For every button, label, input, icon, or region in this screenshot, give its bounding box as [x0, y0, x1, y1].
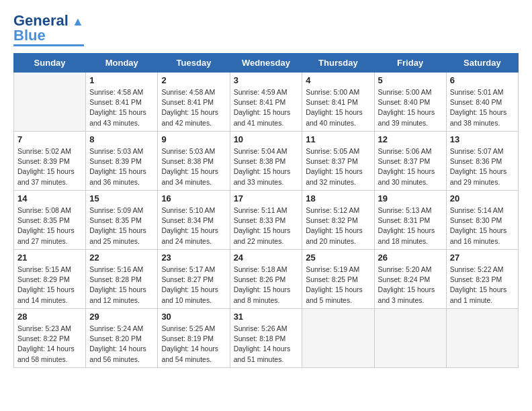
- sunrise-text: Sunrise: 5:20 AM: [378, 265, 432, 273]
- day-number: 23: [161, 253, 226, 263]
- day-number: 10: [234, 134, 299, 144]
- day-info: Sunrise: 5:13 AMSunset: 8:31 PMDaylight:…: [378, 205, 443, 246]
- sunset-text: Sunset: 8:20 PM: [89, 334, 142, 342]
- day-header-tuesday: Tuesday: [158, 54, 230, 73]
- day-info: Sunrise: 5:18 AMSunset: 8:26 PMDaylight:…: [234, 265, 299, 306]
- day-number: 6: [450, 75, 515, 85]
- day-number: 28: [17, 312, 82, 322]
- sunrise-text: Sunrise: 5:14 AM: [450, 206, 504, 214]
- day-cell: 8Sunrise: 5:03 AMSunset: 8:39 PMDaylight…: [86, 132, 158, 191]
- sunset-text: Sunset: 8:27 PM: [161, 275, 214, 283]
- daylight-text: Daylight: 15 hours and 3 minutes.: [378, 285, 435, 304]
- day-number: 30: [161, 312, 226, 322]
- sunrise-text: Sunrise: 5:19 AM: [306, 265, 359, 273]
- day-cell: 3Sunrise: 4:59 AMSunset: 8:41 PMDaylight…: [230, 73, 302, 132]
- sunset-text: Sunset: 8:24 PM: [378, 275, 431, 283]
- day-info: Sunrise: 5:06 AMSunset: 8:37 PMDaylight:…: [378, 146, 443, 187]
- sunrise-text: Sunrise: 5:02 AM: [17, 147, 71, 155]
- day-cell: 25Sunrise: 5:19 AMSunset: 8:25 PMDayligh…: [302, 250, 374, 309]
- daylight-text: Daylight: 15 hours and 36 minutes.: [89, 167, 146, 185]
- daylight-text: Daylight: 15 hours and 22 minutes.: [234, 226, 291, 244]
- day-info: Sunrise: 5:25 AMSunset: 8:19 PMDaylight:…: [161, 324, 226, 365]
- daylight-text: Daylight: 14 hours and 51 minutes.: [234, 345, 291, 363]
- daylight-text: Daylight: 15 hours and 14 minutes.: [17, 285, 75, 304]
- day-number: 11: [306, 134, 370, 144]
- sunrise-text: Sunrise: 5:03 AM: [89, 147, 143, 155]
- daylight-text: Daylight: 15 hours and 30 minutes.: [378, 167, 435, 185]
- daylight-text: Daylight: 14 hours and 58 minutes.: [17, 345, 75, 363]
- sunset-text: Sunset: 8:25 PM: [306, 275, 358, 283]
- week-row-3: 14Sunrise: 5:08 AMSunset: 8:35 PMDayligh…: [14, 191, 519, 250]
- daylight-text: Daylight: 15 hours and 33 minutes.: [234, 167, 291, 185]
- daylight-text: Daylight: 15 hours and 24 minutes.: [161, 226, 218, 244]
- day-info: Sunrise: 5:11 AMSunset: 8:33 PMDaylight:…: [234, 205, 299, 246]
- day-number: 17: [234, 193, 299, 203]
- day-header-saturday: Saturday: [446, 54, 518, 73]
- sunset-text: Sunset: 8:39 PM: [89, 157, 142, 165]
- day-cell: 29Sunrise: 5:24 AMSunset: 8:20 PMDayligh…: [86, 309, 158, 368]
- daylight-text: Daylight: 14 hours and 54 minutes.: [161, 345, 218, 363]
- sunset-text: Sunset: 8:35 PM: [17, 216, 70, 224]
- day-cell: 18Sunrise: 5:12 AMSunset: 8:32 PMDayligh…: [302, 191, 374, 250]
- daylight-text: Daylight: 15 hours and 27 minutes.: [17, 226, 75, 244]
- sunrise-text: Sunrise: 5:06 AM: [378, 147, 432, 155]
- sunset-text: Sunset: 8:28 PM: [89, 275, 142, 283]
- day-info: Sunrise: 5:10 AMSunset: 8:34 PMDaylight:…: [161, 205, 226, 246]
- sunset-text: Sunset: 8:41 PM: [306, 98, 358, 106]
- day-info: Sunrise: 5:00 AMSunset: 8:41 PMDaylight:…: [306, 87, 370, 128]
- sunset-text: Sunset: 8:38 PM: [161, 157, 214, 165]
- daylight-text: Daylight: 15 hours and 34 minutes.: [161, 167, 218, 185]
- sunrise-text: Sunrise: 4:58 AM: [89, 88, 143, 96]
- day-info: Sunrise: 5:24 AMSunset: 8:20 PMDaylight:…: [89, 324, 154, 365]
- week-row-2: 7Sunrise: 5:02 AMSunset: 8:39 PMDaylight…: [14, 132, 519, 191]
- day-header-sunday: Sunday: [14, 54, 86, 73]
- day-cell: 14Sunrise: 5:08 AMSunset: 8:35 PMDayligh…: [14, 191, 86, 250]
- logo: General ▲Blue: [13, 13, 84, 46]
- day-cell: 31Sunrise: 5:26 AMSunset: 8:18 PMDayligh…: [230, 309, 302, 368]
- day-info: Sunrise: 5:15 AMSunset: 8:29 PMDaylight:…: [17, 265, 82, 306]
- day-info: Sunrise: 4:59 AMSunset: 8:41 PMDaylight:…: [234, 87, 299, 128]
- sunset-text: Sunset: 8:37 PM: [378, 157, 431, 165]
- day-info: Sunrise: 5:03 AMSunset: 8:39 PMDaylight:…: [89, 146, 154, 187]
- day-header-friday: Friday: [374, 54, 446, 73]
- day-number: 12: [378, 134, 443, 144]
- day-number: 5: [378, 75, 443, 85]
- day-cell: 30Sunrise: 5:25 AMSunset: 8:19 PMDayligh…: [158, 309, 230, 368]
- day-cell: 26Sunrise: 5:20 AMSunset: 8:24 PMDayligh…: [374, 250, 446, 309]
- sunrise-text: Sunrise: 5:25 AM: [161, 324, 215, 332]
- day-number: 1: [89, 75, 154, 85]
- daylight-text: Daylight: 15 hours and 41 minutes.: [234, 108, 291, 126]
- day-number: 20: [450, 193, 515, 203]
- day-cell: 16Sunrise: 5:10 AMSunset: 8:34 PMDayligh…: [158, 191, 230, 250]
- day-number: 15: [89, 193, 154, 203]
- sunset-text: Sunset: 8:41 PM: [234, 98, 286, 106]
- daylight-text: Daylight: 14 hours and 56 minutes.: [89, 345, 146, 363]
- day-info: Sunrise: 5:02 AMSunset: 8:39 PMDaylight:…: [17, 146, 82, 187]
- day-cell: 6Sunrise: 5:01 AMSunset: 8:40 PMDaylight…: [446, 73, 518, 132]
- day-cell: [374, 309, 446, 368]
- day-number: 3: [234, 75, 299, 85]
- day-number: 13: [450, 134, 515, 144]
- sunset-text: Sunset: 8:33 PM: [234, 216, 286, 224]
- sunrise-text: Sunrise: 5:00 AM: [306, 88, 359, 96]
- sunrise-text: Sunrise: 5:22 AM: [450, 265, 504, 273]
- day-number: 4: [306, 75, 370, 85]
- sunset-text: Sunset: 8:41 PM: [161, 98, 214, 106]
- day-number: 14: [17, 193, 82, 203]
- day-number: 16: [161, 193, 226, 203]
- day-info: Sunrise: 5:16 AMSunset: 8:28 PMDaylight:…: [89, 265, 154, 306]
- daylight-text: Daylight: 15 hours and 16 minutes.: [450, 226, 507, 244]
- day-cell: 20Sunrise: 5:14 AMSunset: 8:30 PMDayligh…: [446, 191, 518, 250]
- day-cell: 22Sunrise: 5:16 AMSunset: 8:28 PMDayligh…: [86, 250, 158, 309]
- calendar-table: SundayMondayTuesdayWednesdayThursdayFrid…: [13, 53, 519, 368]
- day-info: Sunrise: 5:23 AMSunset: 8:22 PMDaylight:…: [17, 324, 82, 365]
- day-info: Sunrise: 5:20 AMSunset: 8:24 PMDaylight:…: [378, 265, 443, 306]
- sunrise-text: Sunrise: 5:16 AM: [89, 265, 143, 273]
- sunset-text: Sunset: 8:34 PM: [161, 216, 214, 224]
- day-info: Sunrise: 5:19 AMSunset: 8:25 PMDaylight:…: [306, 265, 370, 306]
- day-number: 27: [450, 253, 515, 263]
- sunset-text: Sunset: 8:29 PM: [17, 275, 70, 283]
- sunrise-text: Sunrise: 5:17 AM: [161, 265, 215, 273]
- sunrise-text: Sunrise: 4:58 AM: [161, 88, 215, 96]
- day-header-monday: Monday: [86, 54, 158, 73]
